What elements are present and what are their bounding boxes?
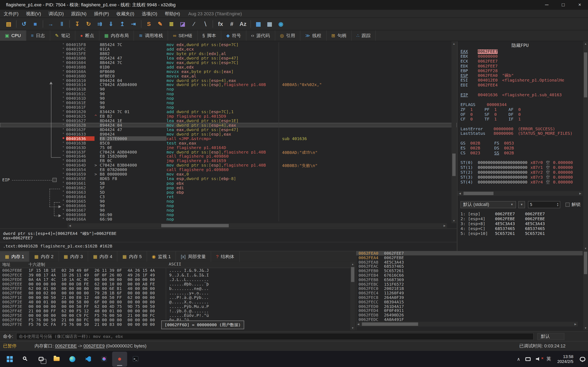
memory-window-from-link[interactable]: 0062FEBE	[55, 343, 77, 349]
clock[interactable]: 13:58 2024/2/5	[553, 354, 577, 364]
registers-v-scrollbar[interactable]: ▲▼	[583, 41, 588, 251]
tab-内存 2[interactable]: ▦内存 2	[29, 251, 59, 262]
argument-row[interactable]: 2: [esp+4]0062FEBE0062FEBE	[458, 217, 583, 222]
disasm-row[interactable]: ●0040166790nop	[0, 208, 457, 212]
step-over-button[interactable]: ↻	[83, 19, 94, 29]
disasm-row[interactable]: ●00401664C3ret	[0, 194, 457, 199]
tab-脚本[interactable]: §脚本	[198, 30, 221, 41]
registers-v-scrollbar-thumb[interactable]	[584, 52, 587, 97]
registers-v-scrollbar-inc-button[interactable]: ▼	[583, 246, 588, 251]
register-row-eflags[interactable]: EFLAGS00000344	[458, 103, 583, 108]
dump-v-scrollbar-dec-button[interactable]: ▲	[350, 262, 355, 267]
tab-跟踪[interactable]: ∴跟踪	[352, 30, 376, 41]
menu-item-3[interactable]: 调试(D)	[45, 9, 67, 18]
disasm-row[interactable]: ●0040161C90nop	[0, 92, 457, 96]
segment-row[interactable]: ES002BDS002B	[458, 146, 583, 151]
disasm-row[interactable]: ●004016635Dpop ebp	[0, 190, 457, 194]
tab-SEH链[interactable]: ∞SEH链	[168, 30, 198, 41]
memory-dump-row[interactable]: 0062FEEE00 00 00 0000 00 D8 FE62 00 10 0…	[0, 282, 355, 286]
stack-row[interactable]: 0062FEBC151F6572	[356, 282, 583, 286]
x32dbg-button[interactable]	[112, 351, 127, 366]
disasm-row[interactable]: ●0040161E90nop	[0, 100, 457, 105]
memory-dump-row[interactable]: 0062FF3E00 00 00 0000 00 50 FF62 00 4D 7…	[0, 304, 355, 309]
registers-h-scrollbar-thumb[interactable]	[463, 192, 493, 195]
command-default-select[interactable]: 默认	[537, 333, 564, 340]
stack-h-scrollbar-thumb[interactable]	[362, 322, 418, 326]
register-row-esi[interactable]: ESI004012E0<flagishere_p1.OptionalHe	[458, 78, 583, 83]
chat-icon[interactable]	[577, 357, 588, 361]
registers-v-scrollbar-dec-button[interactable]: ▲	[583, 41, 588, 46]
argument-row[interactable]: 5: [esp+10]5C6572615C657261	[458, 231, 583, 236]
disasm-row[interactable]: ●0040160A0FB600movzx eax,byte ptr ds:[ea…	[0, 69, 457, 74]
stop-button[interactable]: ■	[30, 19, 41, 29]
dump-v-scrollbar-inc-button[interactable]: ▼	[350, 325, 355, 330]
tray-chevron-icon[interactable]: ∧	[514, 356, 523, 362]
restart-button[interactable]: ↺	[18, 19, 30, 29]
fpu-row-st(4)[interactable]: ST(4)00000000000000000000x87r4空0.000000	[458, 180, 583, 185]
tab-局部变量[interactable]: [x]局部变量	[176, 251, 211, 262]
stack-row[interactable]: 0062FECC0B394A15	[356, 300, 583, 304]
register-row-edi[interactable]: EDI0062FEE4	[458, 83, 583, 88]
register-row-lasterror[interactable]: LastError00000000(ERROR_SUCCESS)	[458, 127, 583, 132]
disasm-row[interactable]: ●00401659>B8 00000000mov eax,0	[0, 172, 457, 176]
preferences-globe-button[interactable]: ◉	[275, 19, 286, 29]
flags-row[interactable]: ZF1PF1AF0	[458, 108, 583, 112]
stack-row[interactable]: 0062FEC411260F49	[356, 291, 583, 295]
disasm-row[interactable]: ●004016008D5424 47lea edx,dword ptr ss:[…	[0, 56, 457, 60]
tab-符号[interactable]: ◆符号	[221, 30, 246, 41]
disasm-row[interactable]: ●004016615Bpop ebx	[0, 181, 457, 185]
script-button[interactable]: S	[143, 19, 155, 29]
remove-analysis-button[interactable]: ∖	[199, 19, 211, 29]
stack-row[interactable]: 0062FEB05C657261	[356, 268, 583, 273]
tab-内存 5[interactable]: ▦内存 5	[118, 251, 147, 262]
disasm-row[interactable]: ●004016048B4424 7Cmov eax,dword ptr ss:[…	[0, 60, 457, 65]
register-row-esp[interactable]: ESP0062FEA0"碗b"	[458, 74, 583, 78]
function-fx-button[interactable]: fx	[215, 19, 226, 29]
stack-row[interactable]: 0062FEA00062FEE7	[356, 251, 583, 256]
disasm-row[interactable]: ●0040165E8D65 F8lea esp,dword ptr ss:[eb…	[0, 176, 457, 181]
disasm-row[interactable]: ●00401620834424 7C 01add dword ptr ss:[e…	[0, 109, 457, 114]
tab-线程[interactable]: ≫线程	[300, 30, 327, 41]
stack-row[interactable]: 0062FEA40062FEBE	[356, 255, 583, 260]
disasm-row[interactable]: ●004015F88B5424 7Cmov edx,dword ptr ss:[…	[0, 42, 457, 47]
register-row-edx[interactable]: EDX0062FEE7	[458, 64, 583, 69]
disasm-row[interactable]: ●00401636E8 257E0000call <JMP.&strcmp>su…	[0, 136, 457, 141]
memory-dump-row[interactable]: 0062FF1E00 00 00 5021 00 E0 1240 00 50 F…	[0, 295, 355, 300]
disasm-row[interactable]: ●00401610894424 04mov dword ptr ss:[esp+…	[0, 78, 457, 83]
argument-row[interactable]: 1: [esp]0062FEE70062FEE7	[458, 212, 583, 217]
stack-v-scrollbar-thumb[interactable]	[584, 252, 587, 274]
disasm-v-scrollbar[interactable]: ▲▼	[451, 41, 456, 223]
display-icon[interactable]	[523, 357, 533, 361]
vscode-button[interactable]	[81, 351, 95, 366]
hash-button[interactable]: #	[226, 19, 237, 29]
calling-convention-select[interactable]: 默认 (stdcall) ▼	[461, 201, 516, 208]
stack-row[interactable]: 0062FEDC4A0A491F	[356, 317, 583, 322]
disasm-row[interactable]: ●0040166866:90nop	[0, 212, 457, 217]
argument-row[interactable]: 3: [esp+8]4E5C3A434E5C3A43	[458, 222, 583, 226]
tab-结构体[interactable]: ?结构体	[211, 251, 240, 262]
tab-句柄[interactable]: ⊞句柄	[327, 30, 352, 41]
assemble-button[interactable]: ✎	[155, 19, 166, 29]
stack-v-scrollbar[interactable]: ▲▼	[583, 251, 588, 330]
register-row-eip[interactable]: EIP00401636<flagishere_p1.sub_40163	[458, 93, 583, 98]
patch-button[interactable]: ≣	[166, 19, 177, 29]
stack-row[interactable]: 0062FED40F0F4911	[356, 308, 583, 313]
stack-h-scrollbar[interactable]: ◀▶	[356, 322, 578, 327]
animate-over-button[interactable]: ⇓	[105, 19, 117, 29]
disasm-row[interactable]: ●0040161B90nop	[0, 87, 457, 92]
tab-CPU[interactable]: ▣CPU	[0, 30, 26, 41]
disasm-row[interactable]: ●0040163B85C0test eax,eax	[0, 141, 457, 145]
tab-监视 1[interactable]: ◉监视 1	[147, 251, 176, 262]
disasm-row[interactable]: ●0040163FC70424 ADB04000mov dword ptr ss…	[0, 150, 457, 154]
disasm-row[interactable]: ●004015FE8802mov byte ptr ds:[edx],al	[0, 51, 457, 56]
disasm-row[interactable]: ●0040162F8D4424 47lea eax,dword ptr ss:[…	[0, 127, 457, 132]
tab-引用[interactable]: ◎引用	[275, 30, 300, 41]
hide-fpu-button[interactable]: 隐藏FPU	[458, 41, 583, 49]
open-file-button[interactable]: ▤	[3, 19, 14, 29]
menu-item-5[interactable]: 插件(P)	[90, 9, 113, 18]
segment-row[interactable]: CS0023SS002B	[458, 151, 583, 156]
stack-row[interactable]: 0062FEC8264A0F39	[356, 295, 583, 300]
memory-dump-row[interactable]: 0062FEFE62 00 01 0000 00 00 0000 00 6E B…	[0, 286, 355, 291]
minimize-button[interactable]: ─	[539, 0, 555, 10]
disasm-v-scrollbar-thumb[interactable]	[452, 154, 456, 176]
